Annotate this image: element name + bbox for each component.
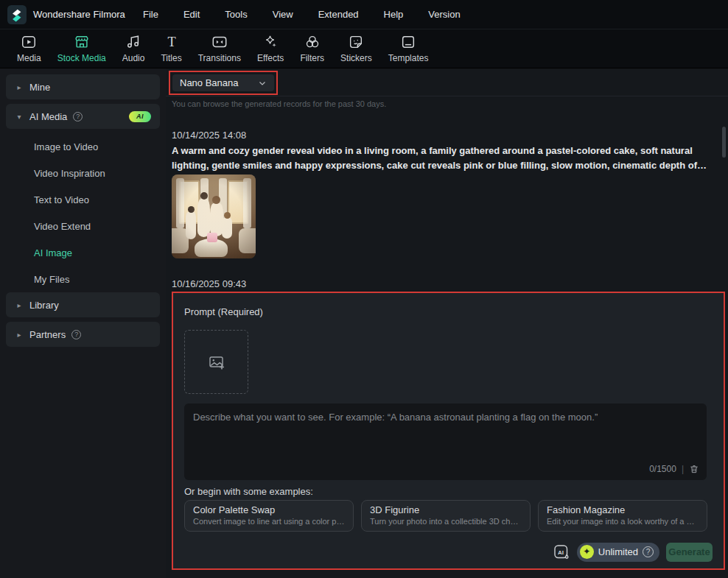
image-add-icon xyxy=(208,353,225,371)
tab-templates-label: Templates xyxy=(388,53,429,63)
tab-titles[interactable]: T Titles xyxy=(153,29,189,68)
tab-transitions[interactable]: Transitions xyxy=(190,29,249,68)
example-card-color-palette-swap[interactable]: Color Palette Swap Convert image to line… xyxy=(184,500,354,532)
tab-effects[interactable]: Effects xyxy=(249,29,292,68)
tab-stock-media-label: Stock Media xyxy=(57,53,106,63)
tab-effects-label: Effects xyxy=(257,53,284,63)
chevron-right-icon: ▸ xyxy=(15,331,24,339)
char-counter: 0/1500 xyxy=(649,464,676,474)
svg-text:AI: AI xyxy=(558,549,564,555)
chevron-down-icon: ▾ xyxy=(15,113,24,121)
record-prompt-text: A warm and cozy gender reveal video in a… xyxy=(172,144,707,173)
spark-icon: ✦ xyxy=(580,545,594,559)
ai-badge: AI xyxy=(129,111,151,122)
sidebar-item-image-to-video[interactable]: Image to Video xyxy=(6,133,160,160)
main-toolbar: Media Stock Media Audio T Titles xyxy=(0,29,728,68)
trash-icon[interactable] xyxy=(689,464,699,474)
sidebar-item-ai-image[interactable]: AI Image xyxy=(6,239,160,266)
help-icon[interactable]: ? xyxy=(71,330,81,339)
generated-thumbnail[interactable] xyxy=(172,175,256,258)
model-dropdown-value: Nano Banana xyxy=(180,77,252,88)
prompt-panel-title: Prompt (Required) xyxy=(184,306,263,317)
sidebar-item-library[interactable]: ▸ Library xyxy=(6,292,160,317)
image-upload-dropzone[interactable] xyxy=(184,330,248,394)
sidebar: ▸ Mine ▾ AI Media ? AI Image to Video Vi… xyxy=(0,68,166,578)
menu-view[interactable]: View xyxy=(273,9,293,20)
sidebar-library-label: Library xyxy=(29,300,59,311)
audio-icon xyxy=(125,34,141,50)
menu-edit[interactable]: Edit xyxy=(183,9,200,20)
menu-items: File Edit Tools View Extended Help Versi… xyxy=(133,9,461,20)
menu-file[interactable]: File xyxy=(143,9,158,20)
tab-templates[interactable]: Templates xyxy=(380,29,437,68)
example-card-title: Fashion Magazine xyxy=(547,504,699,515)
record-date: 10/16/2025 09:43 xyxy=(172,278,246,289)
example-card-title: 3D Figurine xyxy=(370,504,522,515)
menubar: Wondershare Filmora File Edit Tools View… xyxy=(0,0,728,29)
filters-icon xyxy=(304,34,321,50)
tab-stickers[interactable]: Stickers xyxy=(332,29,380,68)
prompt-textarea[interactable] xyxy=(184,403,707,458)
chevron-down-icon xyxy=(258,79,267,88)
example-card-fashion-magazine[interactable]: Fashion Magazine Edit your image into a … xyxy=(538,500,707,532)
tab-stock-media[interactable]: Stock Media xyxy=(49,29,114,68)
media-icon xyxy=(21,34,37,50)
sidebar-item-text-to-video[interactable]: Text to Video xyxy=(6,186,160,213)
annotation-box-prompt-panel: Prompt (Required) 0/1500 | xyxy=(172,292,725,570)
examples-label: Or begin with some examples: xyxy=(184,486,313,497)
transitions-icon xyxy=(211,34,228,50)
ai-watermark-remove-icon[interactable]: AI xyxy=(553,543,570,561)
prompt-panel: Prompt (Required) 0/1500 | xyxy=(173,293,724,568)
annotation-box-dropdown: Nano Banana xyxy=(169,71,278,95)
model-dropdown[interactable]: Nano Banana xyxy=(172,74,274,91)
help-icon[interactable]: ? xyxy=(643,546,654,557)
tab-audio-label: Audio xyxy=(122,53,145,63)
chevron-right-icon: ▸ xyxy=(15,83,24,91)
example-card-title: Color Palette Swap xyxy=(193,504,345,515)
vertical-scrollbar[interactable] xyxy=(722,127,726,158)
tab-media-label: Media xyxy=(17,53,41,63)
sidebar-item-ai-media[interactable]: ▾ AI Media ? AI xyxy=(6,104,160,129)
unlimited-plan-pill[interactable]: ✦ Unlimited ? xyxy=(577,543,659,562)
stickers-icon xyxy=(348,34,364,50)
generate-button[interactable]: Generate xyxy=(666,543,713,562)
tab-audio[interactable]: Audio xyxy=(114,29,153,68)
tab-titles-label: Titles xyxy=(161,53,181,63)
records-hint: You can browse the generated records for… xyxy=(172,99,386,108)
panel-actions: AI ✦ Unlimited ? Generate xyxy=(553,542,713,562)
sidebar-item-video-inspiration[interactable]: Video Inspiration xyxy=(6,160,160,186)
sidebar-item-my-files[interactable]: My Files xyxy=(6,266,160,292)
titles-icon: T xyxy=(164,34,180,50)
app-logo-wrap: Wondershare Filmora xyxy=(0,5,133,24)
prompt-textarea-wrap: 0/1500 | xyxy=(184,403,707,480)
menu-extended[interactable]: Extended xyxy=(318,9,359,20)
sidebar-item-partners[interactable]: ▸ Partners ? xyxy=(6,322,160,347)
menu-help[interactable]: Help xyxy=(384,9,404,20)
tab-transitions-label: Transitions xyxy=(198,53,241,63)
example-card-desc: Convert image to line art using a color … xyxy=(193,517,345,526)
record-date: 10/14/2025 14:08 xyxy=(172,130,246,141)
sidebar-item-video-extend[interactable]: Video Extend xyxy=(6,213,160,239)
menu-tools[interactable]: Tools xyxy=(225,9,247,20)
stock-media-icon xyxy=(74,34,90,50)
sidebar-ai-media-label: AI Media xyxy=(29,111,67,122)
chevron-right-icon: ▸ xyxy=(15,301,24,309)
tab-media[interactable]: Media xyxy=(9,29,49,68)
sidebar-partners-label: Partners xyxy=(29,329,66,340)
menu-version[interactable]: Version xyxy=(428,9,460,20)
example-card-desc: Edit your image into a look worthy of a … xyxy=(547,517,699,526)
svg-text:T: T xyxy=(167,35,175,49)
tab-stickers-label: Stickers xyxy=(340,53,372,63)
example-card-3d-figurine[interactable]: 3D Figurine Turn your photo into a colle… xyxy=(361,500,531,532)
tab-filters-label: Filters xyxy=(300,53,324,63)
char-counter-row: 0/1500 | xyxy=(649,464,699,474)
sidebar-item-mine[interactable]: ▸ Mine xyxy=(6,74,160,99)
unlimited-label: Unlimited xyxy=(598,546,638,557)
effects-icon xyxy=(262,34,279,50)
counter-separator: | xyxy=(682,464,684,474)
tab-filters[interactable]: Filters xyxy=(292,29,332,68)
help-icon[interactable]: ? xyxy=(73,112,83,121)
templates-icon xyxy=(400,34,416,50)
main-content: Nano Banana You can browse the generated… xyxy=(166,68,728,578)
sidebar-mine-label: Mine xyxy=(29,82,50,93)
